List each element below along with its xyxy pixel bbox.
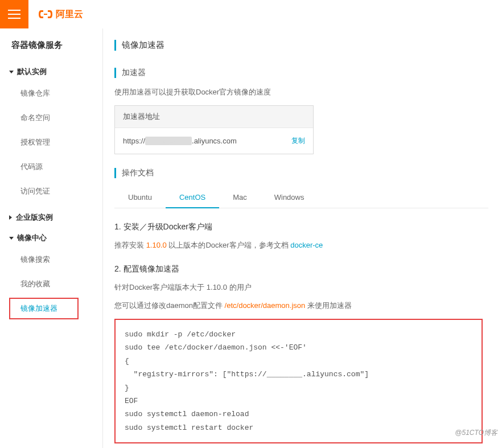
sidebar-item-image-accelerator[interactable]: 镜像加速器 <box>9 298 79 319</box>
aliyun-logo-icon <box>39 9 52 19</box>
sidebar: 容器镜像服务 默认实例 镜像仓库 命名空间 授权管理 代码源 访问凭证 企业版实… <box>0 28 102 448</box>
tab-ubuntu[interactable]: Ubuntu <box>114 187 166 208</box>
hamburger-icon <box>8 10 20 19</box>
logo[interactable]: 阿里云 <box>39 9 83 20</box>
page-title: 镜像加速器 <box>114 40 488 51</box>
step1-desc: 推荐安装 1.10.0 以上版本的Docker客户端，参考文档 docker-c… <box>114 240 488 250</box>
address-obscured: xxxx <box>145 137 192 145</box>
step1-title: 1. 安装／升级Docker客户端 <box>114 222 488 232</box>
os-tabs: Ubuntu CentOS Mac Windows <box>114 187 488 208</box>
docker-version: 1.10.0 <box>146 241 167 249</box>
daemon-json-path: /etc/docker/daemon.json <box>225 301 306 310</box>
tab-centos[interactable]: CentOS <box>166 187 219 208</box>
main-content: 镜像加速器 加速器 使用加速器可以提升获取Docker官方镜像的速度 加速器地址… <box>102 28 502 448</box>
menu-toggle-button[interactable] <box>0 0 28 28</box>
logo-text: 阿里云 <box>56 9 83 20</box>
tab-windows[interactable]: Windows <box>261 187 318 208</box>
sidebar-group-default-instance[interactable]: 默认实例 <box>9 67 102 77</box>
sidebar-item-image-repo[interactable]: 镜像仓库 <box>9 83 102 104</box>
sidebar-group-enterprise[interactable]: 企业版实例 <box>9 212 102 223</box>
sidebar-item-access-cred[interactable]: 访问凭证 <box>9 180 102 202</box>
sidebar-item-code-source[interactable]: 代码源 <box>9 156 102 178</box>
doc-section-title: 操作文档 <box>114 168 488 178</box>
address-label: 加速器地址 <box>115 106 313 128</box>
tab-mac[interactable]: Mac <box>219 187 261 208</box>
accelerator-address-box: 加速器地址 https://xxxx.aliyuncs.com 复制 <box>114 105 314 154</box>
service-title: 容器镜像服务 <box>9 40 102 51</box>
address-value: https://xxxx.aliyuncs.com <box>123 137 237 145</box>
sidebar-item-auth[interactable]: 授权管理 <box>9 131 102 153</box>
code-block[interactable]: sudo mkdir -p /etc/docker sudo tee /etc/… <box>114 319 483 443</box>
accelerator-section-title: 加速器 <box>114 68 488 78</box>
step2-line2: 您可以通过修改daemon配置文件 /etc/docker/daemon.jso… <box>114 301 488 311</box>
sidebar-group-image-center[interactable]: 镜像中心 <box>9 233 102 243</box>
watermark: @51CTO博客 <box>455 428 497 438</box>
top-bar: 阿里云 <box>0 0 502 28</box>
sidebar-item-my-favorites[interactable]: 我的收藏 <box>9 273 102 295</box>
docker-ce-link[interactable]: docker-ce <box>290 241 323 249</box>
step2-title: 2. 配置镜像加速器 <box>114 264 488 274</box>
sidebar-item-image-search[interactable]: 镜像搜索 <box>9 249 102 270</box>
copy-button[interactable]: 复制 <box>291 136 305 146</box>
step2-line1: 针对Docker客户端版本大于 1.10.0 的用户 <box>114 282 488 293</box>
accelerator-desc: 使用加速器可以提升获取Docker官方镜像的速度 <box>114 87 488 97</box>
sidebar-item-namespace[interactable]: 命名空间 <box>9 107 102 129</box>
